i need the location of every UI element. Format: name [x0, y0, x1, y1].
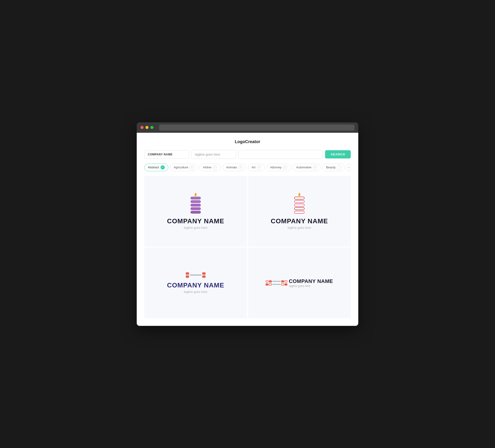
candle-disc-4 [191, 207, 201, 210]
dumbbell-left-plate [186, 272, 189, 278]
browser-window: LogoCreator SEARCH Abstract ✓ Agricultur… [137, 122, 358, 326]
dumbbell-bar [190, 274, 202, 276]
candle-outline-disc-1 [294, 197, 304, 199]
check-icon-abstract: ✓ [161, 165, 165, 169]
candle-outline-disc-2 [294, 200, 304, 203]
candle-body-1 [191, 197, 201, 214]
check-icon-art: ✓ [257, 165, 261, 169]
app-content: LogoCreator SEARCH Abstract ✓ Agricultur… [137, 133, 358, 326]
db-plate-tr1 [281, 280, 284, 282]
check-icon-automotive: ✓ [313, 165, 317, 169]
db-plate-tr2 [285, 280, 287, 282]
check-icon-animals: ✓ [238, 165, 243, 169]
db-plate-tl2 [269, 280, 272, 282]
company-name-input[interactable] [144, 150, 189, 159]
plate-piece-r2 [202, 275, 206, 278]
logo-card-2[interactable]: COMPANY NAME tagline goes here [248, 176, 351, 247]
filter-chip-attorney[interactable]: Attorney ✓ [267, 164, 291, 171]
tagline-input[interactable] [192, 150, 236, 159]
filter-chip-automotive[interactable]: Automotive ✓ [292, 164, 321, 171]
filter-bar: Abstract ✓ Agriculture ✓ Airline ✓ Anima… [144, 164, 351, 171]
candle-disc-1 [191, 197, 201, 199]
candle-purple-icon [191, 193, 201, 214]
filter-chip-art[interactable]: Art ✓ [248, 164, 265, 171]
logo-4-company-name: COMPANY NAME [289, 278, 333, 284]
dumbbell-top-row [266, 280, 287, 282]
db-plate-br2 [285, 283, 287, 286]
logo-2-company-name: COMPANY NAME [271, 217, 328, 225]
candle-outline-icon [294, 193, 304, 214]
dumbbell-right-plate [202, 272, 206, 278]
plate-piece-l2 [186, 275, 189, 278]
plate-piece-r1 [202, 272, 206, 275]
candle-flame-1 [195, 193, 197, 196]
logo-4-text-group: COMPANY NAME tagline goes here [289, 278, 333, 288]
app-title: LogoCreator [144, 139, 351, 144]
candle-disc-2 [191, 200, 201, 203]
logo-card-1[interactable]: COMPANY NAME tagline goes here [144, 176, 247, 247]
search-bar: SEARCH [144, 150, 351, 159]
db-plate-bl [266, 283, 268, 286]
candle-outline-disc-3 [294, 204, 304, 207]
dumbbell-stacked-icon [186, 272, 206, 278]
check-icon-agriculture: ✓ [190, 165, 194, 169]
filter-label-art: Art [251, 166, 256, 169]
logo-1-company-name: COMPANY NAME [167, 217, 224, 225]
candle-body-2 [294, 197, 304, 214]
filter-next-button[interactable]: → [347, 164, 351, 171]
db-plate-bl2 [269, 283, 272, 286]
check-icon-attorney: ✓ [283, 165, 287, 169]
filter-label-animals: Animals [226, 166, 237, 169]
logo-card-3[interactable]: COMPANY NAME tagline goes here [144, 248, 247, 318]
logo-1-tagline: tagline goes here [184, 226, 207, 229]
db-bar-bottom [272, 284, 281, 285]
address-bar [159, 125, 355, 131]
check-icon-beauty [337, 165, 341, 169]
filter-chip-abstract[interactable]: Abstract ✓ [144, 164, 168, 171]
filter-label-agriculture: Agriculture [174, 166, 188, 169]
filter-label-automotive: Automotive [296, 166, 311, 169]
db-bar-top [272, 281, 281, 282]
plate-piece-l1 [186, 272, 189, 275]
maximize-button[interactable] [150, 126, 153, 129]
logo-card-4[interactable]: COMPANY NAME tagline goes here [248, 248, 351, 318]
check-icon-airline: ✓ [213, 165, 217, 169]
minimize-button[interactable] [145, 126, 149, 129]
candle-outline-disc-4 [294, 207, 304, 210]
filter-chip-animals[interactable]: Animals ✓ [222, 164, 246, 171]
logo-2-tagline: tagline goes here [288, 226, 311, 229]
filter-chip-airline[interactable]: Airline ✓ [199, 164, 221, 171]
candle-outline-disc-5 [294, 211, 304, 214]
db-plate-tl [266, 280, 268, 282]
dumbbell-inline-icon: COMPANY NAME tagline goes here [266, 278, 333, 288]
filter-label-beauty: Beauty [326, 166, 335, 169]
filter-label-airline: Airline [203, 166, 211, 169]
filter-chip-agriculture[interactable]: Agriculture ✓ [170, 164, 197, 171]
db-plate-br1 [281, 283, 284, 286]
logo-grid: COMPANY NAME tagline goes here COMPANY N… [144, 176, 351, 318]
filter-label-attorney: Attorney [270, 166, 281, 169]
color-input[interactable] [239, 150, 323, 159]
logo-3-tagline: tagline goes here [184, 290, 207, 294]
filter-label-abstract: Abstract [148, 166, 159, 169]
close-button[interactable] [140, 126, 144, 129]
logo-4-tagline: tagline goes here [289, 284, 333, 288]
search-button[interactable]: SEARCH [325, 150, 351, 158]
dumbbell-icon-group [266, 280, 287, 286]
browser-titlebar [137, 122, 358, 133]
logo-3-company-name: COMPANY NAME [167, 281, 224, 289]
candle-disc-5 [191, 211, 201, 214]
dumbbell-row-1 [186, 272, 206, 278]
dumbbell-bottom-row [266, 283, 287, 286]
filter-chip-beauty[interactable]: Beauty [322, 164, 345, 171]
candle-flame-2 [298, 193, 300, 196]
candle-disc-3 [191, 204, 201, 207]
